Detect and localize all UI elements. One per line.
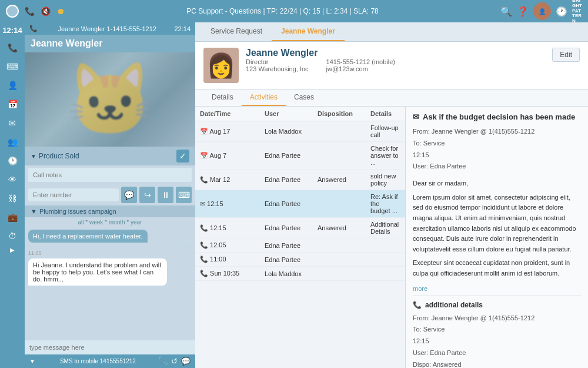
detail-panel: ✉ Ask if the budget decision has been ma… — [406, 107, 588, 368]
call-duration: 22:14 — [174, 25, 191, 32]
phone-icon[interactable]: 📞 — [25, 6, 35, 16]
sub-tab-cases[interactable]: Cases — [286, 89, 322, 106]
table-row-selected[interactable]: ✉ 12:15 Edna Partee Re: Ask if the budge… — [195, 190, 405, 218]
status-bar: PC Support - Questions | TP: 22/24 | Q: … — [65, 7, 500, 15]
main-tab-bar: Service Request Jeanne Wengler — [195, 22, 588, 42]
detail-to: To: Service — [413, 138, 581, 150]
row5-disp: Answered — [318, 224, 370, 231]
type-message-input[interactable] — [29, 344, 191, 351]
campaign-section: ▼ Plumbing issues campaign — [25, 205, 195, 217]
row8-date: 📞 Sun 10:35 — [200, 270, 265, 277]
chat-area: Hi, I need a replacement water heater. 1… — [25, 227, 195, 340]
message-bubble-in-1: Hi Jeanne. I understand the problem and … — [28, 258, 167, 286]
sidebar-item-phone[interactable]: 📞 — [3, 39, 22, 56]
sms-bar: ▼ SMS to mobile 14155551212 📎 ↺ 💬 — [25, 354, 195, 368]
col-user: User — [265, 110, 318, 117]
message-time-out-1: 11:05 — [178, 243, 192, 248]
comment-icon[interactable]: 💬 — [181, 357, 191, 366]
avatar[interactable]: 👤 — [533, 2, 551, 20]
triangle-icon: ▼ — [31, 153, 36, 160]
brand-logo: BRI GHT PAT TER N — [572, 0, 582, 24]
sidebar-item-dialpad[interactable]: ⌨ — [3, 58, 22, 75]
col-disposition: Disposition — [318, 110, 370, 117]
sub-tab-bar: Details Activities Cases — [195, 89, 588, 107]
type-bar — [25, 340, 195, 354]
row4-details: Re: Ask if the budget ... — [370, 193, 400, 214]
edit-button[interactable]: Edit — [552, 48, 580, 62]
mute-icon[interactable]: 🔇 — [41, 6, 51, 16]
activities-table: Date/Time User Disposition Details 📅 Aug… — [195, 107, 406, 368]
row5-date: 📞 12:15 — [200, 224, 265, 232]
message-in-1: 11:05 Hi Jeanne. I understand the proble… — [28, 250, 192, 286]
row4-user: Edna Partee — [265, 200, 318, 207]
main-layout: 12:14 📞 ⌨ 👤 📅 ✉ 👥 🕐 👁 ⛓ 💼 ⏱ ▶ 📞 Jeanne W… — [0, 22, 588, 368]
clock-icon[interactable]: 🕐 — [556, 6, 567, 17]
table-row[interactable]: 📞 Sun 10:35 Lola Maddox — [195, 267, 405, 281]
call-notes-input[interactable] — [28, 168, 192, 182]
row7-user: Edna Partee — [265, 256, 318, 263]
table-row[interactable]: 📞 12:05 Edna Partee — [195, 238, 405, 253]
product-check-button[interactable]: ✓ — [176, 150, 189, 163]
sidebar-item-link[interactable]: ⛓ — [3, 190, 22, 207]
sidebar-item-case[interactable]: 💼 — [3, 209, 22, 226]
contact-email: jw@123w.com — [326, 65, 395, 72]
col-details: Details — [370, 110, 400, 117]
tab-service-request[interactable]: Service Request — [201, 22, 272, 41]
message-out-1: Hi, I need a replacement water heater. 1… — [28, 230, 192, 248]
video-feed: 🐱 — [25, 52, 195, 147]
tab-jeanne-wengler[interactable]: Jeanne Wengler — [272, 22, 345, 41]
sidebar-item-contacts[interactable]: 👤 — [3, 77, 22, 94]
table-header: Date/Time User Disposition Details — [195, 107, 405, 121]
contact-fullname: Jeanne Wengler — [246, 48, 545, 58]
row2-details: Check for answer to ... — [370, 145, 400, 166]
sub-tab-activities[interactable]: Activities — [242, 89, 286, 106]
search-icon[interactable]: 🔍 — [500, 6, 512, 17]
detail-user: User: Edna Partee — [413, 161, 581, 173]
dialpad-button[interactable]: ⌨ — [176, 187, 192, 203]
chat-button[interactable]: 💬 — [121, 187, 137, 203]
record-icon[interactable]: ⏺ — [56, 6, 65, 16]
hold-button[interactable]: ⏸ — [158, 187, 173, 203]
transfer-button[interactable]: ↪ — [139, 187, 155, 203]
sub-tab-details[interactable]: Details — [203, 89, 242, 106]
top-bar: 📞 🔇 ⏺ PC Support - Questions | TP: 22/24… — [0, 0, 588, 22]
right-panel: Service Request Jeanne Wengler 👩 Jeanne … — [195, 22, 588, 368]
sidebar-item-eye[interactable]: 👁 — [3, 171, 22, 188]
expand-arrow[interactable]: ▶ — [10, 247, 15, 253]
top-bar-right: 🔍 ❓ 👤 🕐 BRI GHT PAT TER N — [500, 0, 582, 24]
table-area: Date/Time User Disposition Details 📅 Aug… — [195, 107, 588, 368]
row1-user: Lola Maddox — [265, 128, 318, 135]
table-row[interactable]: 📞 12:15 Edna Partee Answered Additional … — [195, 218, 405, 238]
detail-more[interactable]: more — [413, 285, 581, 292]
triangle-icon-3: ▼ — [29, 358, 35, 364]
table-row[interactable]: 📞 11:00 Edna Partee — [195, 253, 405, 267]
product-label: ▼ Product Sold — [31, 152, 79, 160]
sidebar-item-clock[interactable]: 🕐 — [3, 152, 22, 169]
table-row[interactable]: 📅 Aug 17 Lola Maddox Follow-up call — [195, 121, 405, 142]
message-time-in-1: 11:05 — [28, 250, 192, 256]
row6-date: 📞 12:05 — [200, 241, 265, 249]
phone-number-input[interactable] — [28, 188, 119, 201]
refresh-icon[interactable]: ↺ — [171, 357, 178, 366]
table-row[interactable]: 📅 Aug 7 Edna Partee Check for answer to … — [195, 142, 405, 170]
sidebar-item-mail[interactable]: ✉ — [3, 115, 22, 131]
top-bar-left: 📞 🔇 ⏺ — [6, 5, 65, 18]
time-display: 12:14 — [2, 26, 22, 35]
row6-user: Edna Partee — [265, 242, 318, 249]
attachment-icon[interactable]: 📎 — [158, 357, 168, 366]
detail-from: From: Jeanne Wengler @ 1(415)555-1212 — [413, 126, 581, 138]
contact-right-info: 1415-555-1212 (mobile) jw@123w.com — [326, 58, 395, 72]
row2-date: 📅 Aug 7 — [200, 152, 265, 160]
row1-date: 📅 Aug 17 — [200, 128, 265, 135]
contact-left-info: Director 123 Warehousing, Inc — [246, 58, 309, 72]
help-icon[interactable]: ❓ — [517, 6, 529, 17]
table-row[interactable]: 📞 Mar 12 Edna Partee Answered sold new p… — [195, 170, 405, 190]
sidebar-item-timer[interactable]: ⏱ — [3, 228, 22, 244]
sidebar-item-people[interactable]: 👥 — [3, 134, 22, 150]
phone-icon-call: 📞 — [29, 25, 38, 32]
filter-bar: all * week * month * year — [25, 217, 195, 227]
sidebar-item-calendar[interactable]: 📅 — [3, 96, 22, 112]
call-info-bar: 📞 Jeanne Wengler 1-1415-555-1212 22:14 — [25, 22, 195, 35]
contact-company: 123 Warehousing, Inc — [246, 65, 309, 72]
detail-title: ✉ Ask if the budget decision has been ma… — [413, 112, 581, 121]
